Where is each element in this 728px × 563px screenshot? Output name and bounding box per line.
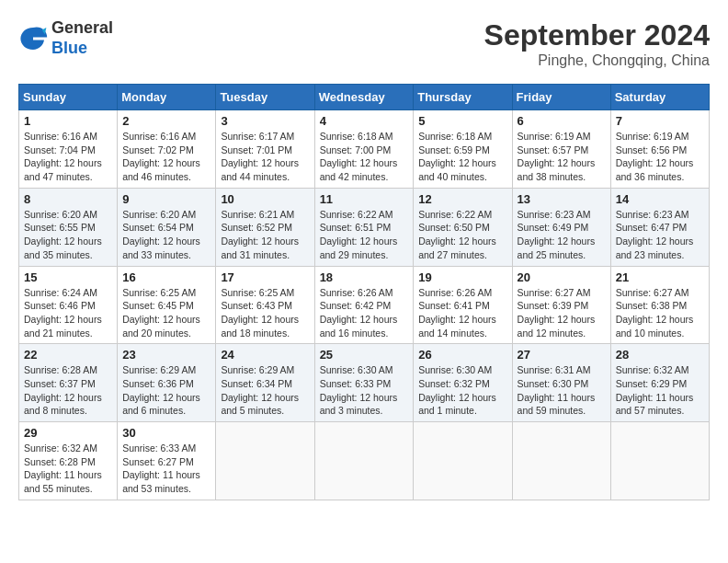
calendar-week-row: 8Sunrise: 6:20 AM Sunset: 6:55 PM Daylig… — [19, 188, 710, 266]
day-number: 24 — [221, 348, 309, 362]
calendar-day-cell: 17Sunrise: 6:25 AM Sunset: 6:43 PM Dayli… — [216, 266, 314, 344]
location-subtitle: Pinghe, Chongqing, China — [484, 52, 710, 69]
calendar-day-cell: 26Sunrise: 6:30 AM Sunset: 6:32 PM Dayli… — [414, 344, 512, 422]
calendar-day-cell: 16Sunrise: 6:25 AM Sunset: 6:45 PM Dayli… — [118, 266, 216, 344]
day-number: 27 — [518, 348, 606, 362]
day-info: Sunrise: 6:27 AM Sunset: 6:39 PM Dayligh… — [518, 286, 606, 340]
day-number: 4 — [320, 114, 409, 128]
day-info: Sunrise: 6:33 AM Sunset: 6:27 PM Dayligh… — [122, 442, 210, 496]
calendar-week-row: 22Sunrise: 6:28 AM Sunset: 6:37 PM Dayli… — [19, 344, 710, 422]
calendar-day-cell: 8Sunrise: 6:20 AM Sunset: 6:55 PM Daylig… — [19, 188, 118, 266]
day-info: Sunrise: 6:31 AM Sunset: 6:30 PM Dayligh… — [518, 363, 606, 418]
day-info: Sunrise: 6:30 AM Sunset: 6:32 PM Dayligh… — [418, 363, 506, 418]
day-info: Sunrise: 6:26 AM Sunset: 6:41 PM Dayligh… — [418, 286, 506, 340]
day-info: Sunrise: 6:24 AM Sunset: 6:46 PM Dayligh… — [24, 286, 112, 340]
day-info: Sunrise: 6:22 AM Sunset: 6:51 PM Dayligh… — [320, 208, 409, 262]
calendar-day-cell: 2Sunrise: 6:16 AM Sunset: 7:02 PM Daylig… — [118, 110, 216, 189]
calendar-day-cell: 10Sunrise: 6:21 AM Sunset: 6:52 PM Dayli… — [216, 188, 314, 266]
calendar-table: SundayMondayTuesdayWednesdayThursdayFrid… — [18, 84, 710, 500]
day-info: Sunrise: 6:25 AM Sunset: 6:45 PM Dayligh… — [122, 286, 210, 340]
calendar-day-cell: 27Sunrise: 6:31 AM Sunset: 6:30 PM Dayli… — [512, 344, 610, 422]
day-info: Sunrise: 6:29 AM Sunset: 6:34 PM Dayligh… — [221, 363, 309, 418]
calendar-day-cell: 13Sunrise: 6:23 AM Sunset: 6:49 PM Dayli… — [512, 188, 610, 266]
day-number: 30 — [122, 426, 210, 440]
day-info: Sunrise: 6:18 AM Sunset: 7:00 PM Dayligh… — [320, 130, 409, 184]
calendar-day-cell: 24Sunrise: 6:29 AM Sunset: 6:34 PM Dayli… — [216, 344, 314, 422]
day-info: Sunrise: 6:32 AM Sunset: 6:29 PM Dayligh… — [616, 363, 704, 418]
calendar-day-cell: 14Sunrise: 6:23 AM Sunset: 6:47 PM Dayli… — [610, 188, 709, 266]
day-info: Sunrise: 6:28 AM Sunset: 6:37 PM Dayligh… — [24, 363, 112, 418]
weekday-header: Thursday — [414, 85, 512, 110]
day-info: Sunrise: 6:20 AM Sunset: 6:55 PM Dayligh… — [24, 208, 112, 262]
calendar-week-row: 29Sunrise: 6:32 AM Sunset: 6:28 PM Dayli… — [19, 422, 710, 500]
calendar-day-cell — [414, 422, 512, 500]
day-info: Sunrise: 6:23 AM Sunset: 6:49 PM Dayligh… — [518, 208, 606, 262]
logo-icon — [18, 24, 48, 53]
logo: General Blue — [18, 18, 113, 58]
calendar-day-cell: 20Sunrise: 6:27 AM Sunset: 6:39 PM Dayli… — [512, 266, 610, 344]
day-number: 3 — [221, 114, 309, 128]
day-info: Sunrise: 6:16 AM Sunset: 7:02 PM Dayligh… — [122, 130, 210, 184]
calendar-day-cell — [314, 422, 414, 500]
calendar-day-cell: 4Sunrise: 6:18 AM Sunset: 7:00 PM Daylig… — [314, 110, 414, 189]
day-number: 12 — [418, 192, 506, 206]
day-number: 15 — [24, 270, 112, 284]
calendar-day-cell: 29Sunrise: 6:32 AM Sunset: 6:28 PM Dayli… — [19, 422, 118, 500]
day-number: 20 — [518, 270, 606, 284]
day-number: 18 — [320, 270, 409, 284]
day-number: 22 — [24, 348, 112, 362]
calendar-day-cell: 6Sunrise: 6:19 AM Sunset: 6:57 PM Daylig… — [512, 110, 610, 189]
calendar-day-cell: 9Sunrise: 6:20 AM Sunset: 6:54 PM Daylig… — [118, 188, 216, 266]
calendar-day-cell: 30Sunrise: 6:33 AM Sunset: 6:27 PM Dayli… — [118, 422, 216, 500]
calendar-day-cell — [610, 422, 709, 500]
calendar-day-cell: 28Sunrise: 6:32 AM Sunset: 6:29 PM Dayli… — [610, 344, 709, 422]
weekday-header: Sunday — [19, 85, 118, 110]
day-info: Sunrise: 6:21 AM Sunset: 6:52 PM Dayligh… — [221, 208, 309, 262]
day-number: 29 — [24, 426, 112, 440]
calendar-day-cell — [512, 422, 610, 500]
day-number: 8 — [24, 192, 112, 206]
day-number: 2 — [122, 114, 210, 128]
day-number: 17 — [221, 270, 309, 284]
day-info: Sunrise: 6:19 AM Sunset: 6:56 PM Dayligh… — [616, 130, 704, 184]
calendar-week-row: 1Sunrise: 6:16 AM Sunset: 7:04 PM Daylig… — [19, 110, 710, 189]
calendar-day-cell: 7Sunrise: 6:19 AM Sunset: 6:56 PM Daylig… — [610, 110, 709, 189]
day-info: Sunrise: 6:19 AM Sunset: 6:57 PM Dayligh… — [518, 130, 606, 184]
day-info: Sunrise: 6:16 AM Sunset: 7:04 PM Dayligh… — [24, 130, 112, 184]
calendar-header-row: SundayMondayTuesdayWednesdayThursdayFrid… — [19, 85, 710, 110]
day-number: 9 — [122, 192, 210, 206]
calendar-day-cell: 19Sunrise: 6:26 AM Sunset: 6:41 PM Dayli… — [414, 266, 512, 344]
calendar-body: 1Sunrise: 6:16 AM Sunset: 7:04 PM Daylig… — [19, 110, 710, 500]
day-number: 19 — [418, 270, 506, 284]
day-info: Sunrise: 6:22 AM Sunset: 6:50 PM Dayligh… — [418, 208, 506, 262]
day-info: Sunrise: 6:17 AM Sunset: 7:01 PM Dayligh… — [221, 130, 309, 184]
calendar-day-cell: 22Sunrise: 6:28 AM Sunset: 6:37 PM Dayli… — [19, 344, 118, 422]
day-number: 7 — [616, 114, 704, 128]
page-header: General Blue September 2024 Pinghe, Chon… — [18, 18, 710, 69]
calendar-day-cell: 21Sunrise: 6:27 AM Sunset: 6:38 PM Dayli… — [610, 266, 709, 344]
day-info: Sunrise: 6:23 AM Sunset: 6:47 PM Dayligh… — [616, 208, 704, 262]
weekday-header: Saturday — [610, 85, 709, 110]
day-info: Sunrise: 6:18 AM Sunset: 6:59 PM Dayligh… — [418, 130, 506, 184]
calendar-week-row: 15Sunrise: 6:24 AM Sunset: 6:46 PM Dayli… — [19, 266, 710, 344]
calendar-day-cell: 11Sunrise: 6:22 AM Sunset: 6:51 PM Dayli… — [314, 188, 414, 266]
weekday-header: Friday — [512, 85, 610, 110]
day-number: 16 — [122, 270, 210, 284]
weekday-header: Tuesday — [216, 85, 314, 110]
weekday-header: Monday — [118, 85, 216, 110]
calendar-day-cell: 3Sunrise: 6:17 AM Sunset: 7:01 PM Daylig… — [216, 110, 314, 189]
day-number: 13 — [518, 192, 606, 206]
day-number: 6 — [518, 114, 606, 128]
calendar-day-cell: 15Sunrise: 6:24 AM Sunset: 6:46 PM Dayli… — [19, 266, 118, 344]
weekday-header: Wednesday — [314, 85, 414, 110]
calendar-day-cell: 5Sunrise: 6:18 AM Sunset: 6:59 PM Daylig… — [414, 110, 512, 189]
logo-blue: Blue — [51, 39, 87, 57]
day-info: Sunrise: 6:26 AM Sunset: 6:42 PM Dayligh… — [320, 286, 409, 340]
day-number: 25 — [320, 348, 409, 362]
day-number: 14 — [616, 192, 704, 206]
calendar-day-cell: 12Sunrise: 6:22 AM Sunset: 6:50 PM Dayli… — [414, 188, 512, 266]
month-year-title: September 2024 — [484, 18, 710, 52]
day-number: 28 — [616, 348, 704, 362]
day-number: 21 — [616, 270, 704, 284]
logo-general: General — [51, 18, 113, 37]
